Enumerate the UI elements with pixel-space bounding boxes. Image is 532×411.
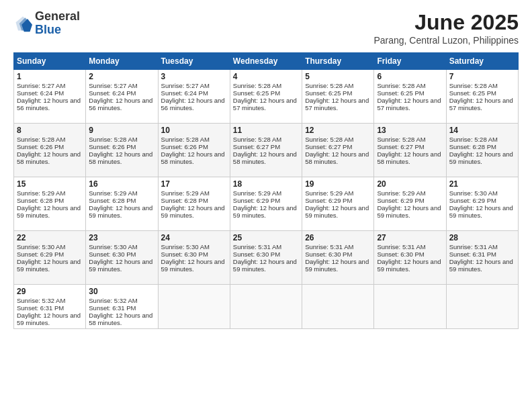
daylight-label: Daylight: 12 hours and 59 minutes. [305, 204, 369, 219]
daylight-label: Daylight: 12 hours and 58 minutes. [17, 150, 81, 165]
weekday-monday: Monday [86, 53, 158, 70]
calendar-row-4: 22Sunrise: 5:30 AMSunset: 6:29 PMDayligh… [14, 231, 519, 285]
daylight-label: Daylight: 12 hours and 58 minutes. [377, 150, 441, 165]
day-number: 30 [89, 287, 154, 296]
calendar-cell: 24Sunrise: 5:30 AMSunset: 6:30 PMDayligh… [158, 231, 230, 285]
calendar-subtitle: Parang, Central Luzon, Philippines [373, 35, 519, 46]
daylight-label: Daylight: 12 hours and 59 minutes. [161, 258, 225, 273]
calendar-cell: 12Sunrise: 5:28 AMSunset: 6:27 PMDayligh… [302, 124, 374, 177]
daylight-label: Daylight: 12 hours and 58 minutes. [233, 150, 297, 165]
daylight-label: Daylight: 12 hours and 56 minutes. [17, 97, 81, 111]
calendar-row-3: 15Sunrise: 5:29 AMSunset: 6:28 PMDayligh… [14, 177, 519, 231]
day-number: 23 [89, 233, 154, 242]
calendar-cell: 14Sunrise: 5:28 AMSunset: 6:28 PMDayligh… [446, 124, 518, 177]
daylight-label: Daylight: 12 hours and 59 minutes. [377, 204, 441, 219]
calendar-cell: 25Sunrise: 5:31 AMSunset: 6:30 PMDayligh… [230, 231, 302, 285]
day-number: 18 [233, 179, 299, 189]
sunrise-text: Sunrise: 5:29 AM [89, 189, 137, 197]
calendar-cell: 1Sunrise: 5:27 AMSunset: 6:24 PMDaylight… [14, 70, 86, 124]
day-number: 3 [161, 72, 227, 81]
calendar-cell: 8Sunrise: 5:28 AMSunset: 6:26 PMDaylight… [14, 124, 86, 177]
sunset-text: Sunset: 6:24 PM [89, 89, 136, 97]
sunrise-text: Sunrise: 5:28 AM [161, 136, 210, 143]
day-number: 7 [449, 72, 515, 81]
sunrise-text: Sunrise: 5:31 AM [305, 243, 353, 250]
day-number: 12 [305, 126, 371, 135]
sunrise-text: Sunrise: 5:28 AM [377, 82, 425, 89]
sunset-text: Sunset: 6:30 PM [161, 250, 208, 258]
sunset-text: Sunset: 6:30 PM [305, 250, 352, 258]
day-number: 27 [377, 233, 443, 242]
day-number: 1 [17, 72, 83, 81]
calendar-table: SundayMondayTuesdayWednesdayThursdayFrid… [13, 52, 519, 329]
calendar-cell [302, 285, 374, 329]
daylight-label: Daylight: 12 hours and 56 minutes. [89, 97, 152, 111]
sunset-text: Sunset: 6:27 PM [377, 143, 424, 150]
sunrise-text: Sunrise: 5:28 AM [305, 136, 353, 143]
calendar-cell: 22Sunrise: 5:30 AMSunset: 6:29 PMDayligh… [14, 231, 86, 285]
day-number: 26 [305, 233, 371, 242]
calendar-title: June 2025 [373, 10, 519, 35]
calendar-cell: 15Sunrise: 5:29 AMSunset: 6:28 PMDayligh… [14, 177, 86, 231]
logo-text: General Blue [35, 10, 80, 37]
daylight-label: Daylight: 12 hours and 59 minutes. [233, 204, 297, 219]
sunset-text: Sunset: 6:26 PM [161, 143, 208, 150]
weekday-tuesday: Tuesday [158, 53, 230, 70]
calendar-cell: 17Sunrise: 5:29 AMSunset: 6:28 PMDayligh… [158, 177, 230, 231]
calendar-row-5: 29Sunrise: 5:32 AMSunset: 6:31 PMDayligh… [14, 285, 519, 329]
logo-icon [13, 14, 32, 33]
calendar-cell: 3Sunrise: 5:27 AMSunset: 6:24 PMDaylight… [158, 70, 230, 124]
day-number: 2 [89, 72, 154, 81]
day-number: 4 [233, 72, 299, 81]
calendar-cell: 5Sunrise: 5:28 AMSunset: 6:25 PMDaylight… [302, 70, 374, 124]
daylight-label: Daylight: 12 hours and 58 minutes. [161, 150, 225, 165]
day-number: 22 [17, 233, 83, 242]
sunrise-text: Sunrise: 5:28 AM [377, 136, 425, 143]
page: General Blue June 2025 Parang, Central L… [0, 0, 532, 411]
sunrise-text: Sunrise: 5:28 AM [17, 136, 65, 143]
sunset-text: Sunset: 6:26 PM [89, 143, 136, 150]
sunrise-text: Sunrise: 5:29 AM [305, 189, 353, 197]
daylight-label: Daylight: 12 hours and 57 minutes. [233, 97, 297, 111]
calendar-cell: 16Sunrise: 5:29 AMSunset: 6:28 PMDayligh… [86, 177, 158, 231]
sunrise-text: Sunrise: 5:29 AM [161, 189, 210, 197]
calendar-cell [374, 285, 446, 329]
sunset-text: Sunset: 6:25 PM [449, 89, 496, 97]
calendar-cell [158, 285, 230, 329]
sunset-text: Sunset: 6:29 PM [377, 197, 424, 204]
day-number: 9 [89, 126, 154, 135]
day-number: 14 [449, 126, 515, 135]
logo-blue: Blue [35, 23, 61, 36]
sunset-text: Sunset: 6:26 PM [17, 143, 64, 150]
sunrise-text: Sunrise: 5:28 AM [449, 136, 498, 143]
sunrise-text: Sunrise: 5:30 AM [17, 243, 65, 250]
daylight-label: Daylight: 12 hours and 58 minutes. [89, 312, 152, 326]
day-number: 8 [17, 126, 83, 135]
sunrise-text: Sunrise: 5:32 AM [17, 297, 65, 304]
sunrise-text: Sunrise: 5:28 AM [89, 136, 137, 143]
sunset-text: Sunset: 6:31 PM [17, 304, 64, 312]
day-number: 25 [233, 233, 299, 242]
calendar-cell: 19Sunrise: 5:29 AMSunset: 6:29 PMDayligh… [302, 177, 374, 231]
daylight-label: Daylight: 12 hours and 59 minutes. [17, 258, 81, 273]
weekday-sunday: Sunday [14, 53, 86, 70]
day-number: 13 [377, 126, 443, 135]
daylight-label: Daylight: 12 hours and 59 minutes. [449, 258, 513, 273]
calendar-cell: 13Sunrise: 5:28 AMSunset: 6:27 PMDayligh… [374, 124, 446, 177]
sunrise-text: Sunrise: 5:30 AM [161, 243, 210, 250]
day-number: 10 [161, 126, 227, 135]
day-number: 29 [17, 287, 83, 296]
sunset-text: Sunset: 6:27 PM [305, 143, 352, 150]
sunset-text: Sunset: 6:25 PM [233, 89, 280, 97]
daylight-label: Daylight: 12 hours and 59 minutes. [89, 204, 152, 219]
calendar-cell: 7Sunrise: 5:28 AMSunset: 6:25 PMDaylight… [446, 70, 518, 124]
sunset-text: Sunset: 6:29 PM [233, 197, 280, 204]
calendar-cell: 29Sunrise: 5:32 AMSunset: 6:31 PMDayligh… [14, 285, 86, 329]
sunrise-text: Sunrise: 5:32 AM [89, 297, 137, 304]
calendar-row-1: 1Sunrise: 5:27 AMSunset: 6:24 PMDaylight… [14, 70, 519, 124]
weekday-header-row: SundayMondayTuesdayWednesdayThursdayFrid… [14, 53, 519, 70]
weekday-saturday: Saturday [446, 53, 518, 70]
day-number: 6 [377, 72, 443, 81]
sunrise-text: Sunrise: 5:30 AM [449, 189, 498, 197]
sunset-text: Sunset: 6:24 PM [161, 89, 208, 97]
